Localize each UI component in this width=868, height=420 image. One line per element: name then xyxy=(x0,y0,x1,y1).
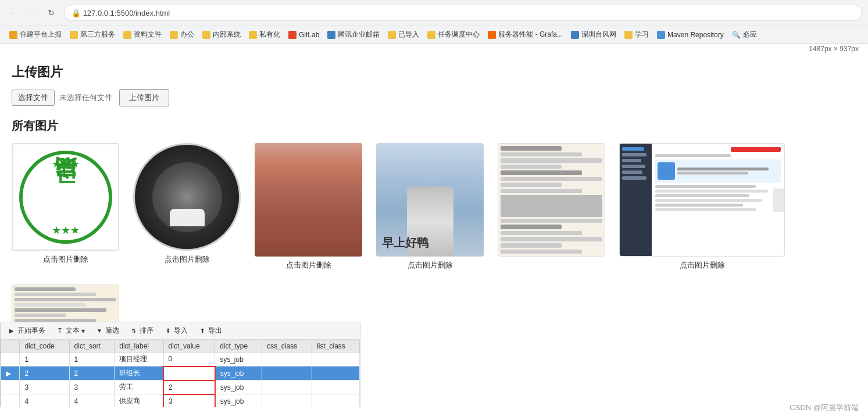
sidebar-item xyxy=(622,159,641,162)
th-dict-value[interactable]: dict_value xyxy=(163,340,215,353)
csdn-watermark: CSDN @阿晨学前端 xyxy=(790,403,859,407)
upload-section: 选择文件 未选择任何文件 上传图片 xyxy=(12,89,856,106)
sort-button[interactable]: ⇅ 排序 xyxy=(126,325,157,337)
upload-button[interactable]: 上传图片 xyxy=(119,89,169,106)
resolution-text: 1487px × 937px xyxy=(809,45,859,53)
th-list-class[interactable]: list_class xyxy=(312,340,360,353)
bookmark-icon xyxy=(327,31,335,39)
table-row[interactable]: 4 4 供应商 3 sys_job xyxy=(1,394,360,408)
bookmark-private[interactable]: 私有化 xyxy=(245,29,284,41)
th-dict-code[interactable]: dict_code xyxy=(20,340,69,353)
cell-dict-label: 劳工 xyxy=(115,380,163,394)
cell-css-class xyxy=(262,366,312,380)
ultraman-text: 早上好鸭 xyxy=(382,235,428,251)
delete-text-4[interactable]: 点击图片删除 xyxy=(408,260,453,270)
line xyxy=(501,225,562,229)
sidebar-item xyxy=(622,153,646,156)
bookmark-icon xyxy=(123,31,131,39)
th-dict-sort[interactable]: dict_sort xyxy=(69,340,115,353)
sidebar-item xyxy=(622,147,644,151)
bookmark-label: 第三方服务 xyxy=(80,30,115,40)
bookmark-gitlab[interactable]: GitLab xyxy=(285,30,323,40)
list-line xyxy=(655,194,749,197)
line xyxy=(15,298,116,301)
cell-dict-code: 1 xyxy=(20,353,69,366)
table-row-selected[interactable]: ▶ 2 2 班组长 1 sys_job xyxy=(1,366,360,380)
delete-text-1[interactable]: 点击图片删除 xyxy=(43,254,88,265)
sort-label: 排序 xyxy=(140,326,153,336)
nav-buttons: ← → ↻ xyxy=(6,5,59,21)
bookmark-typhoon[interactable]: 深圳台风网 xyxy=(567,29,620,41)
line xyxy=(501,237,602,241)
delete-text-2[interactable]: 点击图片删除 xyxy=(165,254,210,265)
refresh-button[interactable]: ↻ xyxy=(43,5,59,21)
text-icon: T xyxy=(56,327,64,335)
back-button[interactable]: ← xyxy=(6,5,22,21)
bookmark-bing[interactable]: 🔍 必应 xyxy=(728,29,760,41)
cell-css-class xyxy=(262,394,312,408)
line xyxy=(501,189,582,194)
bookmark-label: 私有化 xyxy=(259,30,280,40)
bookmark-maven[interactable]: Maven Repository xyxy=(653,30,727,40)
bookmark-jianzhu[interactable]: 住建平台上报 xyxy=(6,29,65,41)
image-item-5 xyxy=(498,143,605,257)
bookmark-label: 已导入 xyxy=(398,30,419,40)
image-stamp[interactable]: ★★★ ★★★ 已完成 xyxy=(12,143,119,251)
cell-dict-value: 0 xyxy=(163,353,215,366)
bookmarks-bar: 住建平台上报 第三方服务 资料文件 办公 内部系统 私有化 GitLab 腾讯 xyxy=(0,26,868,43)
import-button[interactable]: ⬇ 导入 xyxy=(160,325,191,337)
image-screenshot2[interactable] xyxy=(619,143,785,257)
bookmark-label: 腾讯企业邮箱 xyxy=(338,30,380,40)
th-dict-label[interactable]: dict_label xyxy=(115,340,163,353)
bookmark-third[interactable]: 第三方服务 xyxy=(66,29,119,41)
bookmark-grafana[interactable]: 服务器性能 - Grafa... xyxy=(484,29,566,41)
line xyxy=(15,303,86,307)
bookmark-label: 服务器性能 - Grafa... xyxy=(498,30,563,40)
text-button[interactable]: T 文本 ▾ xyxy=(52,325,88,337)
table-row[interactable]: 1 1 项目经理 0 sys_job xyxy=(1,353,360,366)
bookmark-icon xyxy=(624,31,633,39)
th-dict-type[interactable]: dict_type xyxy=(215,340,262,353)
bookmark-icon xyxy=(170,31,178,39)
image-item-3: 点击图片删除 xyxy=(255,143,362,270)
bookmark-files[interactable]: 资料文件 xyxy=(120,29,165,41)
import-label: 导入 xyxy=(174,326,188,336)
bookmark-office[interactable]: 办公 xyxy=(166,29,198,41)
delete-text-3[interactable]: 点击图片删除 xyxy=(286,260,331,270)
image-girl[interactable] xyxy=(255,143,362,257)
image-item-2: 点击图片删除 xyxy=(133,143,241,265)
sidebar-item xyxy=(622,165,645,168)
bookmark-label: 内部系统 xyxy=(213,30,241,40)
row-selector xyxy=(1,353,20,366)
cell-css-class xyxy=(262,380,312,394)
row-selector xyxy=(1,394,20,408)
image-ultraman[interactable]: 早上好鸭 xyxy=(376,143,484,257)
image-screenshot1[interactable] xyxy=(498,143,605,257)
sidebar-item xyxy=(622,176,646,180)
line xyxy=(501,219,602,223)
bookmark-tencent[interactable]: 腾讯企业邮箱 xyxy=(324,29,383,41)
bookmark-icon xyxy=(388,31,396,39)
bookmark-study[interactable]: 学习 xyxy=(621,29,652,41)
th-css-class[interactable]: css_class xyxy=(262,340,312,353)
address-bar[interactable]: 🔒 127.0.0.1:5500/index.html xyxy=(64,5,862,21)
content-line xyxy=(655,154,731,157)
cell-dict-code: 2 xyxy=(20,366,69,380)
delete-text-6[interactable]: 点击图片删除 xyxy=(680,260,725,270)
bookmark-task[interactable]: 任务调度中心 xyxy=(424,29,483,41)
filter-button[interactable]: ▼ 筛选 xyxy=(92,325,123,337)
cell-dict-type: sys_job xyxy=(215,366,262,380)
bookmark-internal[interactable]: 内部系统 xyxy=(199,29,244,41)
table-row[interactable]: 3 3 劳工 2 sys_job xyxy=(1,380,360,394)
line xyxy=(501,165,562,169)
start-task-button[interactable]: ▶ 开始事务 xyxy=(4,325,49,337)
line xyxy=(15,287,76,291)
forward-button[interactable]: → xyxy=(24,5,41,21)
filter-icon: ▼ xyxy=(95,327,103,335)
bookmark-imported[interactable]: 已导入 xyxy=(384,29,423,41)
export-button[interactable]: ⬆ 导出 xyxy=(195,325,226,337)
bookmark-label: 办公 xyxy=(180,30,194,40)
screenshot-main xyxy=(652,144,784,256)
choose-file-button[interactable]: 选择文件 xyxy=(12,90,55,106)
image-tunnel[interactable] xyxy=(133,143,241,251)
